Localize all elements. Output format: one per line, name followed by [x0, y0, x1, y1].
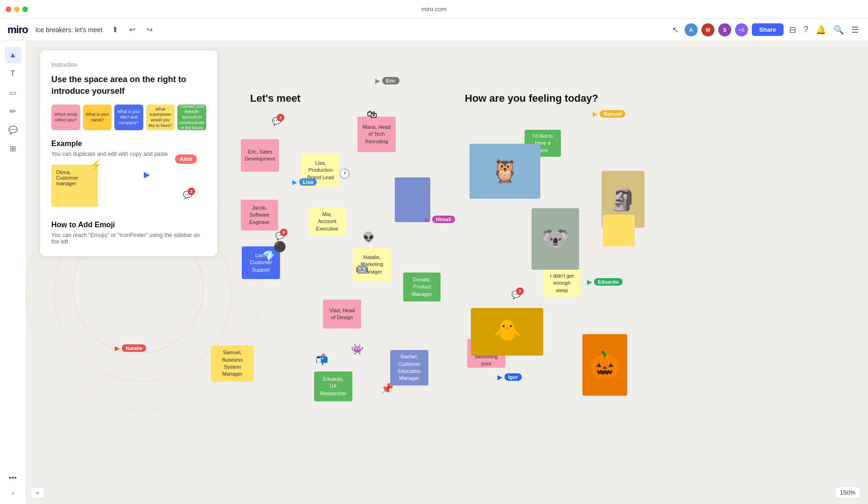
toolbar-right: ↖ A M S +6 Share ⊟ ? 🔔 🔍 ☰	[670, 23, 861, 37]
prompt-title: What is your title? and company?	[114, 105, 143, 130]
emoji-mailbox: 📬	[315, 354, 328, 366]
sticky-vlad-design[interactable]: Vlad, Head of Design	[323, 300, 361, 329]
window-controls	[6, 7, 28, 12]
chat-count-2: 2	[188, 188, 195, 195]
sticky-prompts-row: Which emoji reflect you? What is your na…	[51, 105, 206, 130]
left-sidebar: ▲ T ▭ ✏ 💬 ⊞ ••• »	[0, 41, 26, 504]
toolbar-actions: ⬆ ↩ ↪	[108, 23, 156, 36]
upload-button[interactable]: ⬆	[108, 23, 122, 36]
chat-icon-example: 💬 2	[183, 190, 192, 199]
tool-more[interactable]: •••	[5, 469, 21, 486]
search-icon[interactable]: 🔍	[832, 23, 846, 37]
badge-eduardo: Eduardo	[594, 278, 623, 286]
notifications-icon[interactable]: 🔔	[814, 23, 828, 37]
bottom-expand-btn[interactable]: »	[31, 487, 44, 498]
cursor-lisa: ▶ Lisa	[292, 178, 317, 186]
photo-pumpkin: 🎃	[582, 334, 627, 396]
emoji-robot: 🤖	[356, 262, 368, 274]
emoji-alien: 👽	[362, 231, 375, 244]
sticky-feeling-sleep[interactable]: I didn't get enough sleep	[543, 270, 581, 297]
cursor-himali: ▶ Himali	[425, 216, 455, 223]
emoji-ball: ⚫	[273, 241, 286, 253]
chat-icon-lian: 💬8	[275, 231, 285, 240]
prompt-superpower: What superpower would you like to have?	[146, 105, 175, 130]
instruction-panel: Instruction Use the space area on the ri…	[40, 50, 217, 256]
chat-count-8: 8	[280, 229, 287, 236]
avatar-count[interactable]: +6	[735, 23, 748, 36]
tool-frame[interactable]: ⊞	[5, 140, 21, 157]
photo-owl: 🦉	[469, 144, 540, 199]
cursor-arrow-lisa: ▶	[292, 178, 297, 186]
sticky-jacob-sw[interactable]: Jacob, Software Engineer	[241, 200, 278, 231]
help-icon[interactable]: ?	[802, 23, 810, 36]
badge-igor: Igor	[504, 373, 522, 381]
section-lets-meet: Let's meet	[250, 92, 301, 105]
badge-eric: Eric	[382, 77, 399, 84]
emoji-shopping: 🛍	[367, 108, 377, 120]
cursor-samuel: ▶ Samuel	[593, 110, 625, 118]
cursor-arrow-eric: ▶	[375, 77, 380, 84]
cursor-arrow-eduardo: ▶	[587, 278, 592, 286]
example-sticky-text: Olena, Customer manager	[56, 169, 78, 186]
chat-badge-container: 💬 2	[183, 190, 192, 199]
photo-koala: 🐨	[532, 208, 579, 270]
tool-pen[interactable]: ✏	[5, 103, 21, 119]
cursor-eduardo: ▶ Eduardo	[587, 278, 623, 286]
badge-lisa: Lisa	[299, 178, 317, 186]
cursor-arrow-igor: ▶	[497, 373, 503, 381]
zoom-indicator[interactable]: 150%	[835, 487, 861, 498]
sticky-maria-tech[interactable]: Maria, Head of Tech Recruiting	[357, 117, 396, 152]
tool-comment[interactable]: 💬	[5, 121, 21, 138]
sticky-eric-sales[interactable]: Eric, Sales Development	[241, 139, 279, 172]
tool-sticky[interactable]: ▭	[5, 84, 21, 101]
emoji-pin: 📌	[381, 383, 393, 395]
cursor-icon[interactable]: ↖	[670, 23, 681, 37]
section-feeling: How are you feeling today?	[465, 92, 598, 105]
avatar-3[interactable]: S	[718, 23, 731, 36]
prompt-name: What is your name?	[83, 105, 112, 130]
fullscreen-dot[interactable]	[22, 7, 28, 12]
minimize-dot[interactable]	[14, 7, 20, 12]
prompt-linkedin: Connect your linkedin account to communi…	[177, 105, 206, 130]
badge-himali: Himali	[432, 216, 455, 223]
close-dot[interactable]	[6, 7, 11, 12]
chat-icon-eric: 💬3	[272, 117, 281, 126]
settings-icon[interactable]: ⊟	[787, 23, 798, 37]
badge-samuel: Samuel	[600, 110, 625, 118]
undo-button[interactable]: ↩	[126, 23, 139, 36]
sticky-rachel-edu[interactable]: Rachel, Customer Education Manager	[390, 350, 428, 385]
example-title: Example	[51, 140, 206, 148]
photo-ducks: 🐥	[471, 308, 543, 356]
miro-logo[interactable]: miro	[7, 24, 28, 36]
chat-count-3: 3	[277, 114, 284, 121]
sticky-donald-prod[interactable]: Donald, Product Manager	[403, 273, 441, 301]
share-button[interactable]: Share	[752, 23, 784, 36]
instruction-label: Instruction	[51, 62, 206, 68]
tool-text[interactable]: T	[5, 65, 21, 82]
menu-icon[interactable]: ☰	[849, 23, 861, 37]
chat-count-feeling: 3	[516, 287, 524, 295]
avatar-1[interactable]: A	[685, 23, 698, 36]
clock-icon: 🕐	[339, 168, 350, 179]
instruction-title: Use the space area on the right to intro…	[51, 74, 206, 97]
cursor-arrow-samuel: ▶	[593, 110, 598, 118]
sticky-mia-account[interactable]: Mia, Account Executive	[308, 207, 346, 236]
emoji-gem: 💎	[262, 250, 275, 262]
sticky-samuel-bsm[interactable]: Samuel, Business System Manager	[211, 345, 254, 382]
sticky-right-yellow[interactable]	[603, 215, 635, 246]
redo-button[interactable]: ↪	[143, 23, 156, 36]
prompt-emoji: Which emoji reflect you?	[51, 105, 80, 130]
cursor-arrow-himali: ▶	[425, 216, 430, 223]
titlebar: miro.com	[0, 0, 868, 19]
example-sticky-container: Olena, Customer manager ⚡ Amir 💬 2 ▶	[51, 165, 206, 211]
board-title[interactable]: Ice breakers: let's meet	[35, 26, 103, 34]
lightning-icon: ⚡	[89, 159, 102, 171]
tool-select[interactable]: ▲	[5, 47, 21, 63]
sticky-eduardo-ux[interactable]: Eduardo, UX Researcher	[314, 371, 352, 401]
avatar-2[interactable]: M	[701, 23, 714, 36]
sidebar-collapse-btn[interactable]: »	[9, 488, 16, 498]
arrow-deco: ▶	[144, 169, 150, 180]
sidebar-bottom: ••• »	[5, 469, 21, 498]
canvas: Instruction Use the space area on the ri…	[26, 41, 868, 504]
emoji-alien2: 👾	[351, 343, 364, 356]
